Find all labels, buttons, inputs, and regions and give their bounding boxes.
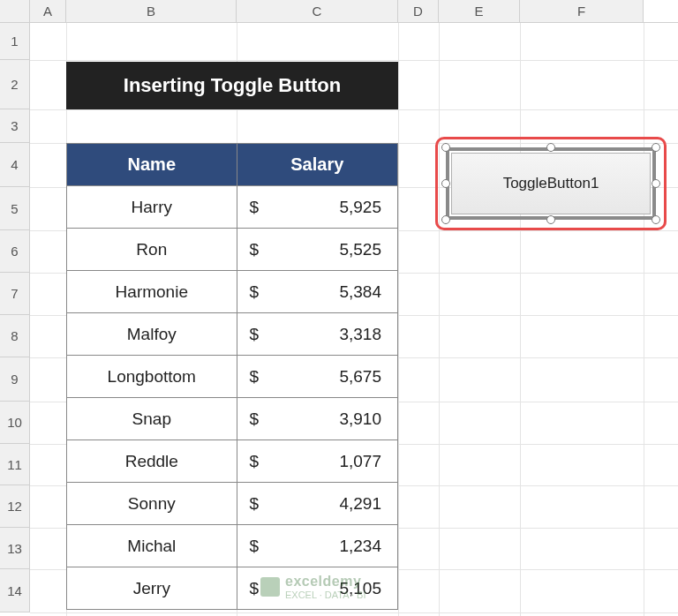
table-row: Michal$1,234 bbox=[67, 525, 398, 567]
cell-salary[interactable]: $1,077 bbox=[237, 440, 397, 483]
row-header-2[interactable]: 2 bbox=[0, 60, 30, 109]
cell-name[interactable]: Snap bbox=[67, 398, 237, 440]
col-header-A[interactable]: A bbox=[30, 0, 66, 22]
resize-handle-bottom-right[interactable] bbox=[652, 215, 660, 224]
cell-salary[interactable]: $4,291 bbox=[237, 483, 397, 525]
toggle-button-selection: ToggleButton1 bbox=[442, 144, 659, 223]
col-header-E[interactable]: E bbox=[439, 0, 520, 22]
resize-handle-top-right[interactable] bbox=[652, 143, 660, 152]
currency-symbol: $ bbox=[250, 579, 260, 598]
cell-name[interactable]: Reddle bbox=[67, 440, 237, 483]
row-header-4[interactable]: 4 bbox=[0, 143, 30, 187]
currency-symbol: $ bbox=[250, 494, 260, 514]
cell-name[interactable]: Malfoy bbox=[67, 313, 237, 356]
cell-salary[interactable]: $3,318 bbox=[237, 313, 397, 356]
cell-name[interactable]: Longbottom bbox=[67, 356, 237, 398]
row-header-1[interactable]: 1 bbox=[0, 23, 30, 60]
cell-name[interactable]: Harmonie bbox=[67, 271, 237, 313]
row-header-3[interactable]: 3 bbox=[0, 109, 30, 143]
title-cell[interactable]: Inserting Toggle Button bbox=[66, 62, 398, 109]
toggle-button-highlight: ToggleButton1 bbox=[435, 137, 667, 230]
row-header-14[interactable]: 14 bbox=[0, 569, 30, 612]
cell-salary[interactable]: $3,910 bbox=[237, 398, 397, 440]
currency-symbol: $ bbox=[250, 452, 260, 471]
row-header-12[interactable]: 12 bbox=[0, 485, 30, 528]
table-row: Harry$5,925 bbox=[67, 186, 398, 229]
resize-handle-middle-left[interactable] bbox=[441, 179, 450, 188]
row-header-5[interactable]: 5 bbox=[0, 187, 30, 230]
row-header-9[interactable]: 9 bbox=[0, 357, 30, 402]
resize-handle-top-middle[interactable] bbox=[546, 143, 555, 152]
cell-name[interactable]: Harry bbox=[67, 186, 237, 229]
cell-salary[interactable]: $5,675 bbox=[237, 356, 397, 398]
row-header-10[interactable]: 10 bbox=[0, 402, 30, 444]
row-headers: 1234567891011121314 bbox=[0, 23, 30, 612]
col-header-C[interactable]: C bbox=[237, 0, 398, 22]
resize-handle-middle-right[interactable] bbox=[652, 179, 660, 188]
cell-salary[interactable]: $5,925 bbox=[237, 186, 397, 229]
table-row: Ron$5,525 bbox=[67, 229, 398, 271]
cell-name[interactable]: Jerry bbox=[67, 567, 237, 610]
cell-name[interactable]: Ron bbox=[67, 229, 237, 271]
row-header-13[interactable]: 13 bbox=[0, 528, 30, 569]
currency-symbol: $ bbox=[250, 198, 260, 217]
column-headers: A B C D E F bbox=[0, 0, 678, 23]
resize-handle-bottom-middle[interactable] bbox=[546, 215, 555, 224]
cell-salary[interactable]: $5,105 bbox=[237, 567, 397, 610]
resize-handle-bottom-left[interactable] bbox=[441, 215, 450, 224]
toggle-button[interactable]: ToggleButton1 bbox=[451, 153, 651, 214]
row-header-6[interactable]: 6 bbox=[0, 230, 30, 273]
table-row: Jerry$5,105 bbox=[67, 567, 398, 610]
resize-handle-top-left[interactable] bbox=[441, 143, 450, 152]
currency-symbol: $ bbox=[250, 282, 260, 302]
currency-symbol: $ bbox=[250, 409, 260, 429]
header-salary[interactable]: Salary bbox=[237, 144, 397, 186]
col-header-D[interactable]: D bbox=[398, 0, 439, 22]
col-header-F[interactable]: F bbox=[520, 0, 644, 22]
table-row: Reddle$1,077 bbox=[67, 440, 398, 483]
currency-symbol: $ bbox=[250, 367, 260, 387]
table-row: Longbottom$5,675 bbox=[67, 356, 398, 398]
cell-salary[interactable]: $5,384 bbox=[237, 271, 397, 313]
table-row: Sonny$4,291 bbox=[67, 483, 398, 525]
table-row: Harmonie$5,384 bbox=[67, 271, 398, 313]
row-header-7[interactable]: 7 bbox=[0, 273, 30, 315]
col-header-B[interactable]: B bbox=[66, 0, 237, 22]
currency-symbol: $ bbox=[250, 537, 260, 556]
spreadsheet-grid: A B C D E F 1234567891011121314 Insertin… bbox=[0, 0, 678, 616]
table-row: Snap$3,910 bbox=[67, 398, 398, 440]
cell-salary[interactable]: $1,234 bbox=[237, 525, 397, 567]
cell-name[interactable]: Sonny bbox=[67, 483, 237, 525]
row-header-11[interactable]: 11 bbox=[0, 444, 30, 485]
header-name[interactable]: Name bbox=[67, 144, 237, 186]
cell-salary[interactable]: $5,525 bbox=[237, 229, 397, 271]
select-all-corner[interactable] bbox=[0, 0, 30, 22]
row-header-8[interactable]: 8 bbox=[0, 315, 30, 357]
table-row: Malfoy$3,318 bbox=[67, 313, 398, 356]
currency-symbol: $ bbox=[250, 325, 260, 344]
data-table: Name Salary Harry$5,925Ron$5,525Harmonie… bbox=[66, 143, 398, 610]
table-header-row: Name Salary bbox=[67, 144, 398, 186]
cell-name[interactable]: Michal bbox=[67, 525, 237, 567]
currency-symbol: $ bbox=[250, 240, 260, 259]
